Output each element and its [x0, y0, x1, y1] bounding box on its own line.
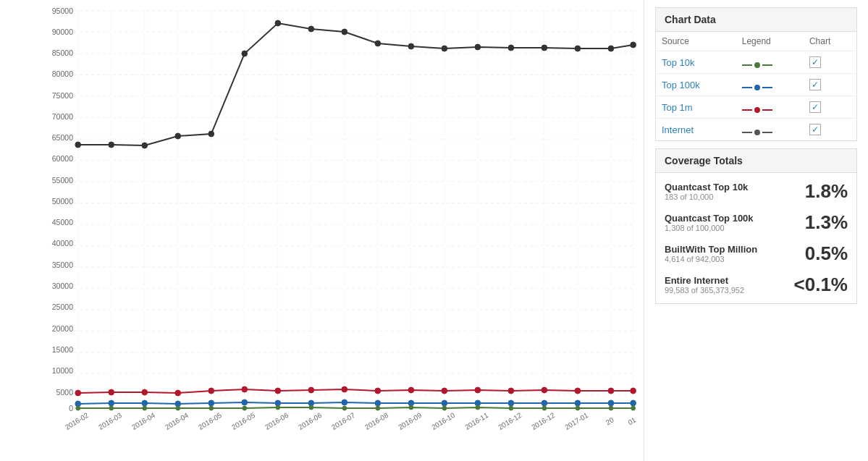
svg-point-69: [375, 41, 381, 46]
svg-point-100: [208, 400, 214, 406]
svg-point-71: [442, 46, 447, 51]
svg-point-95: [631, 388, 636, 394]
legend-top1m: [742, 107, 772, 113]
svg-text:75000: 75000: [52, 91, 73, 100]
svg-text:55000: 55000: [52, 176, 73, 185]
svg-point-98: [142, 400, 148, 406]
coverage-section: Coverage Totals Quantcast Top 10k 183 of…: [655, 148, 857, 304]
chart-data-table: Source Legend Chart Top 10k ✓: [655, 32, 857, 141]
svg-point-105: [375, 400, 381, 406]
svg-point-85: [308, 387, 314, 393]
table-row: Top 100k ✓: [656, 74, 857, 96]
table-row: Top 1m ✓: [656, 96, 857, 119]
svg-point-86: [342, 386, 347, 392]
svg-point-104: [342, 399, 347, 405]
svg-point-119: [243, 406, 247, 410]
main-chart: 95000 90000 85000 80000 75000 70000 6500…: [40, 7, 644, 434]
coverage-pct-top10k: 1.8%: [805, 180, 848, 203]
svg-point-123: [376, 406, 380, 410]
svg-text:85000: 85000: [52, 48, 73, 57]
coverage-label-top10k: Quantcast Top 10k: [665, 182, 748, 193]
svg-point-120: [276, 405, 280, 410]
svg-text:30000: 30000: [52, 282, 73, 290]
source-top1m[interactable]: Top 1m: [662, 102, 693, 113]
svg-point-89: [442, 388, 447, 394]
coverage-item-internet: Entire Internet 99,583 of 365,373,952 <0…: [665, 274, 848, 296]
svg-text:0: 0: [69, 404, 73, 413]
coverage-item-top100k: Quantcast Top 100k 1,308 of 100,000 1.3%: [665, 211, 848, 234]
svg-text:60000: 60000: [52, 154, 73, 163]
svg-point-65: [242, 51, 248, 56]
svg-point-91: [508, 388, 514, 394]
svg-point-97: [109, 400, 114, 406]
svg-point-90: [475, 387, 481, 393]
svg-point-110: [542, 400, 547, 406]
source-internet[interactable]: Internet: [662, 124, 694, 135]
svg-point-118: [209, 406, 214, 410]
svg-point-127: [509, 406, 513, 410]
source-top10k[interactable]: Top 10k: [662, 57, 695, 68]
svg-point-74: [542, 45, 547, 51]
svg-point-87: [375, 388, 381, 394]
svg-text:20000: 20000: [52, 324, 73, 333]
svg-point-111: [575, 400, 581, 406]
svg-point-84: [275, 388, 281, 394]
coverage-pct-top1m: 0.5%: [805, 242, 848, 265]
chart-checkbox-top10k[interactable]: ✓: [809, 56, 821, 68]
svg-text:65000: 65000: [52, 133, 73, 142]
chart-checkbox-internet[interactable]: ✓: [809, 124, 821, 135]
svg-point-62: [142, 143, 148, 148]
legend-top10k: [742, 62, 772, 68]
svg-point-112: [608, 400, 614, 406]
svg-text:45000: 45000: [52, 218, 73, 227]
svg-point-61: [109, 142, 114, 148]
svg-text:50000: 50000: [52, 197, 73, 206]
col-source: Source: [656, 32, 736, 51]
svg-text:70000: 70000: [52, 112, 73, 121]
chart-checkbox-top1m[interactable]: ✓: [809, 101, 821, 113]
svg-point-88: [408, 387, 414, 393]
svg-point-64: [208, 131, 214, 137]
source-top100k[interactable]: Top 100k: [662, 80, 700, 90]
svg-point-67: [308, 26, 314, 32]
chart-area: 95000 90000 85000 80000 75000 70000 6500…: [0, 0, 644, 461]
svg-point-73: [508, 45, 514, 51]
svg-point-92: [542, 387, 547, 393]
coverage-sub-top1m: 4,614 of 942,003: [665, 255, 757, 263]
svg-text:40000: 40000: [52, 239, 73, 248]
coverage-label-internet: Entire Internet: [665, 275, 728, 286]
svg-point-80: [142, 389, 148, 395]
svg-text:95000: 95000: [52, 7, 73, 15]
coverage-label-top1m: BuiltWith Top Million: [665, 244, 757, 255]
svg-text:15000: 15000: [52, 345, 73, 354]
svg-point-83: [242, 386, 248, 392]
svg-point-122: [342, 406, 347, 410]
col-legend: Legend: [736, 32, 804, 51]
coverage-items: Quantcast Top 10k 183 of 10,000 1.8% Qua…: [655, 173, 857, 304]
coverage-title: Coverage Totals: [655, 148, 857, 173]
svg-text:80000: 80000: [52, 69, 73, 78]
svg-point-130: [609, 406, 613, 410]
svg-point-131: [631, 406, 636, 410]
sidebar: Chart Data Source Legend Chart Top 10k: [644, 0, 868, 461]
svg-point-125: [442, 406, 447, 410]
col-chart: Chart: [804, 32, 857, 51]
svg-point-101: [242, 399, 248, 405]
legend-internet: [742, 130, 772, 135]
chart-data-title: Chart Data: [655, 7, 857, 32]
svg-point-129: [576, 406, 580, 410]
svg-point-94: [608, 388, 614, 394]
svg-point-128: [542, 406, 547, 410]
svg-text:5000: 5000: [56, 388, 73, 397]
coverage-sub-top10k: 183 of 10,000: [665, 193, 748, 201]
svg-point-68: [342, 29, 347, 35]
svg-text:10000: 10000: [52, 366, 73, 375]
chart-checkbox-top100k[interactable]: ✓: [809, 79, 821, 90]
svg-point-79: [109, 389, 114, 395]
svg-point-121: [309, 405, 313, 410]
svg-point-116: [143, 406, 147, 410]
svg-point-82: [208, 388, 214, 394]
svg-point-77: [631, 42, 636, 48]
svg-point-66: [275, 20, 281, 26]
coverage-item-top10k: Quantcast Top 10k 183 of 10,000 1.8%: [665, 180, 848, 203]
